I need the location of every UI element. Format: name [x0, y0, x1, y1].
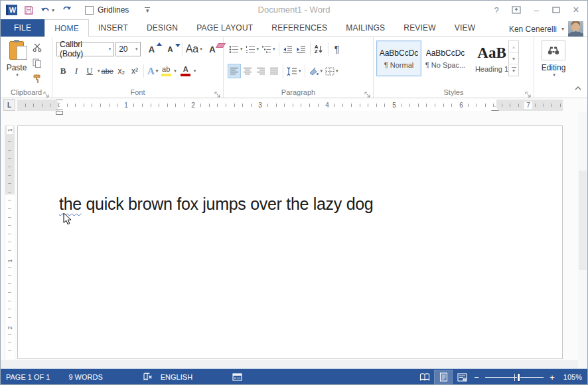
style-no-spacing[interactable]: AaBbCcDc ¶ No Spac...	[423, 40, 468, 76]
tab-home[interactable]: HOME	[44, 19, 89, 37]
document-page[interactable]: the quick brown fox jumps over the lazy …	[17, 125, 563, 359]
increase-indent-button[interactable]	[295, 42, 308, 56]
font-name-dropdown-icon[interactable]: ▾	[109, 46, 111, 52]
gridlines-toggle[interactable]: Gridlines	[85, 5, 129, 15]
word-count[interactable]: 9 WORDS	[64, 369, 106, 385]
italic-button[interactable]: I	[70, 64, 83, 78]
styles-gallery-more-icon[interactable]: ▼	[509, 64, 518, 76]
line-spacing-button[interactable]: ▾	[285, 64, 303, 78]
show-hide-formatting-button[interactable]: ¶	[331, 42, 344, 56]
vertical-ruler[interactable]: 1 1 2	[5, 125, 14, 359]
undo-dropdown-icon[interactable]: ▾	[52, 7, 54, 13]
web-layout-icon[interactable]	[453, 370, 471, 384]
tab-file[interactable]: FILE	[1, 19, 44, 37]
paste-dropdown-icon[interactable]: ▾	[16, 72, 19, 78]
tab-references[interactable]: REFERENCES	[262, 19, 336, 37]
subscript-button[interactable]: x₂	[115, 64, 128, 78]
read-mode-icon[interactable]	[416, 370, 433, 384]
styles-scroll-down-icon[interactable]: ▼	[509, 53, 518, 65]
paragraph-dialog-launcher-icon[interactable]	[364, 89, 371, 96]
highlight-button[interactable]: ab	[159, 64, 173, 78]
horizontal-ruler[interactable]: 1 2 3 4 5 6 7	[17, 100, 563, 111]
font-name-combo[interactable]: Calibri (Body)▾	[56, 42, 114, 56]
bold-button[interactable]: B	[56, 64, 70, 78]
left-indent-marker[interactable]	[56, 111, 63, 115]
underline-button[interactable]: U	[83, 64, 96, 78]
strikethrough-button[interactable]: abe	[100, 64, 115, 78]
justify-button[interactable]	[267, 64, 281, 78]
sort-button[interactable]: AZ	[313, 42, 326, 56]
redo-button[interactable]	[61, 4, 72, 16]
text-effects-button[interactable]: A▾	[146, 64, 159, 78]
decrease-indent-button[interactable]	[281, 42, 295, 56]
format-painter-icon[interactable]	[33, 74, 42, 86]
maximize-button[interactable]	[548, 3, 565, 17]
align-right-icon	[256, 67, 265, 75]
tab-mailings[interactable]: MAILINGS	[336, 19, 394, 37]
word-app-icon[interactable]: W	[6, 5, 17, 15]
cut-icon[interactable]	[33, 42, 42, 54]
below-page-gap	[1, 360, 587, 368]
tab-design[interactable]: DESIGN	[137, 19, 187, 37]
gridlines-checkbox[interactable]	[85, 6, 94, 15]
macro-recording-icon[interactable]	[228, 369, 246, 385]
align-center-button[interactable]	[241, 64, 254, 78]
borders-button[interactable]: ▾	[324, 64, 340, 78]
collapse-ribbon-icon[interactable]	[574, 82, 582, 94]
bullets-button[interactable]: ▾	[228, 42, 244, 56]
close-button[interactable]: ×	[567, 3, 585, 17]
superscript-button[interactable]: x²	[128, 64, 141, 78]
undo-button[interactable]: ▾	[40, 5, 54, 15]
avatar[interactable]	[568, 21, 583, 37]
minimize-button[interactable]: –	[528, 3, 545, 17]
align-left-button[interactable]	[228, 64, 241, 78]
editing-button[interactable]: Editing ▾	[540, 40, 567, 78]
print-layout-icon[interactable]	[435, 370, 452, 384]
styles-dialog-launcher-icon[interactable]	[525, 89, 532, 96]
multilevel-list-button[interactable]: ▾	[260, 42, 277, 56]
grow-font-button[interactable]: A	[145, 42, 158, 56]
scrollbar-thumb[interactable]	[579, 171, 587, 270]
document-text[interactable]: the quick brown fox jumps over the lazy …	[59, 194, 373, 214]
tab-insert[interactable]: INSERT	[89, 19, 137, 37]
language-indicator[interactable]: ENGLISH	[157, 369, 196, 385]
style-normal[interactable]: AaBbCcDc ¶ Normal	[376, 40, 421, 76]
clear-formatting-button[interactable]: A	[206, 42, 219, 56]
font-size-combo[interactable]: 20▾	[115, 42, 141, 56]
vertical-scrollbar[interactable]	[578, 112, 587, 368]
page-indicator[interactable]: PAGE 1 OF 1	[2, 369, 54, 385]
font-dialog-launcher-icon[interactable]	[214, 89, 221, 96]
font-size-dropdown-icon[interactable]: ▾	[135, 46, 138, 52]
zoom-in-button[interactable]: +	[548, 372, 557, 382]
save-icon[interactable]	[24, 5, 34, 15]
tab-view[interactable]: VIEW	[445, 19, 484, 37]
numbering-button[interactable]: ▾	[244, 42, 261, 56]
proofing-status-icon[interactable]	[139, 369, 157, 385]
ribbon-display-options-icon[interactable]	[508, 3, 525, 17]
paste-button[interactable]: Paste ▾	[4, 41, 29, 88]
title-bar: W ▾ Gridlines ▾ Document1 - Word ? – ×	[1, 1, 587, 19]
font-color-button[interactable]: A	[179, 64, 192, 78]
shading-button[interactable]: ▾	[307, 64, 325, 78]
zoom-out-button[interactable]: −	[472, 372, 481, 382]
shrink-font-button[interactable]: A	[163, 42, 177, 56]
qat-customize-icon[interactable]: ▾	[145, 7, 150, 13]
tab-review[interactable]: REVIEW	[394, 19, 445, 37]
zoom-slider[interactable]	[485, 370, 544, 384]
zoom-level[interactable]: 105%	[558, 373, 582, 381]
highlight-dropdown-icon[interactable]: ▾	[174, 68, 177, 74]
help-button[interactable]: ?	[488, 3, 505, 17]
account-menu[interactable]: Ken Cenerelli ▾	[509, 21, 583, 37]
clipboard-dialog-launcher-icon[interactable]	[43, 89, 50, 96]
change-case-button[interactable]: Aa▾	[184, 42, 203, 56]
style-heading1[interactable]: AaB Heading 1	[469, 40, 514, 76]
quick-access-toolbar: W ▾ Gridlines ▾	[1, 4, 150, 16]
tab-page-layout[interactable]: PAGE LAYOUT	[187, 19, 262, 37]
zoom-slider-thumb[interactable]	[517, 373, 520, 382]
grammar-flagged-word[interactable]: the	[59, 194, 82, 213]
align-right-button[interactable]	[254, 64, 267, 78]
copy-icon[interactable]	[33, 58, 42, 70]
font-color-dropdown-icon[interactable]: ▾	[194, 68, 196, 74]
styles-scroll-up-icon[interactable]: ▲	[509, 41, 518, 53]
tab-stop-selector[interactable]: L	[3, 99, 15, 111]
